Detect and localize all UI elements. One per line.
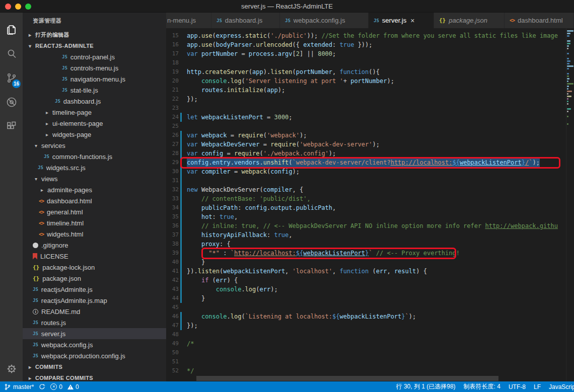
code-line-18: 18 — [166, 58, 566, 67]
tab-label: dashboard.js — [225, 17, 262, 24]
code-line-37: 37 historyApiFallback: true, — [166, 230, 566, 240]
close-icon[interactable]: × — [410, 17, 414, 24]
line-number: 33 — [166, 194, 179, 203]
code-text: }); — [187, 321, 198, 330]
horizontal-scrollbar[interactable] — [196, 376, 498, 381]
tree-item-routes.js[interactable]: JSroutes.js — [23, 317, 166, 328]
tab-n-menu.js[interactable]: n-menu.js — [166, 13, 211, 28]
tab-package.json[interactable]: {}package.json — [434, 13, 505, 28]
tree-item-webpack.config.js[interactable]: JSwebpack.config.js — [23, 339, 166, 350]
code-text: historyApiFallback: true, — [187, 230, 293, 240]
line-number: 36 — [166, 221, 179, 230]
git-modified-indicator — [180, 276, 182, 285]
code-content: 15app.use(express.static('./public')); /… — [166, 28, 566, 381]
extensions-icon[interactable] — [0, 114, 23, 138]
tab-dashboard.html[interactable]: <>dashboard.html — [505, 13, 574, 28]
status-right-item-4[interactable]: JavaScript — [549, 383, 574, 390]
tree-item-webpack.production.config.js[interactable]: JSwebpack.production.config.js — [23, 350, 166, 361]
html-file-icon: <> — [510, 18, 515, 23]
status-warning[interactable]: 0 — [67, 383, 79, 390]
minimap-line-mark — [567, 116, 568, 117]
line-number: 32 — [166, 185, 179, 194]
tree-item-server.js[interactable]: JSserver.js — [23, 328, 166, 339]
tree-item-label: README.md — [41, 308, 80, 316]
tree-item-common-functions.js[interactable]: JScommon-functions.js — [23, 151, 166, 162]
tab-dashboard.js[interactable]: JSdashboard.js — [211, 13, 280, 28]
zoom-window-button[interactable] — [25, 4, 31, 10]
tree-item-general.html[interactable]: <>general.html — [23, 206, 166, 217]
tree-item-dashboard.js[interactable]: JSdashboard.js — [23, 96, 166, 107]
tree-item-control-panel.js[interactable]: JScontrol-panel.js — [23, 51, 166, 62]
tree-item-adminlte-pages[interactable]: ▸adminlte-pages — [23, 184, 166, 195]
code-line-24: 24let webpackListenPort = 3000; — [166, 113, 566, 122]
tree-item-widgets-page[interactable]: ▸widgets-page — [23, 129, 166, 140]
minimap-line-mark — [567, 81, 568, 82]
code-line-33: 33 // contentBase: 'public/dist', — [166, 194, 566, 203]
status-right-item-3[interactable]: LF — [534, 383, 541, 390]
explorer-icon[interactable] — [0, 18, 23, 42]
status-error[interactable]: ×0 — [50, 383, 62, 390]
minimap[interactable] — [566, 28, 574, 381]
tree-item-widgets.src.js[interactable]: JSwidgets.src.js — [23, 162, 166, 173]
status-right-item-0[interactable]: 行 30, 列 1 (已选择98) — [396, 382, 456, 391]
tree-item-reactjsadminlte.js.map[interactable]: JSreactjsAdminlte.js.map — [23, 295, 166, 306]
status-branch[interactable]: master* — [4, 383, 34, 390]
tree-item--[interactable]: ▸打开的编辑器 — [23, 29, 166, 40]
tree-item-dashboard.html[interactable]: <>dashboard.html — [23, 195, 166, 206]
tree-item-timeline-page[interactable]: ▸timeline-page — [23, 107, 166, 118]
status-right-item-2[interactable]: UTF-8 — [509, 383, 526, 390]
tree-item-label: general.html — [47, 208, 83, 216]
minimap-line-mark — [567, 96, 571, 97]
debug-icon[interactable] — [0, 90, 23, 114]
license-icon — [33, 253, 37, 260]
tree-item-label: navigation-menu.js — [70, 75, 125, 83]
chevron-right-icon: ▸ — [46, 121, 52, 126]
tree-item-timeline.html[interactable]: <>timeline.html — [23, 217, 166, 228]
tree-item-stat-tile.js[interactable]: JSstat-tile.js — [23, 85, 166, 96]
code-editor[interactable]: 15app.use(express.static('./public')); /… — [166, 28, 574, 381]
status-right-item-1[interactable]: 制表符长度: 4 — [464, 382, 500, 391]
minimap-line-mark — [567, 108, 571, 110]
tree-item-label: stat-tile.js — [70, 87, 98, 94]
tree-item-ui-elements-page[interactable]: ▸ui-elements-page — [23, 118, 166, 129]
minimap-line-mark — [567, 63, 569, 64]
line-number: 27 — [166, 140, 179, 149]
tree-item-license[interactable]: LICENSE — [23, 251, 166, 262]
line-number: 51 — [166, 357, 179, 366]
tree-item-commits[interactable]: ▸COMMITS — [23, 361, 166, 372]
tree-item-navigation-menu.js[interactable]: JSnavigation-menu.js — [23, 73, 166, 85]
tree-item-.gitignore[interactable]: .gitignore — [23, 240, 166, 251]
tree-item-compare-commits[interactable]: ▸COMPARE COMMITS — [23, 372, 166, 381]
status-label: 0 — [59, 383, 62, 390]
tree-item-services[interactable]: ▾services — [23, 140, 166, 151]
code-line-46: 46 console.log(`Listening at localhost:$… — [166, 312, 566, 321]
line-number: 37 — [166, 230, 179, 240]
tree-item-label: 打开的编辑器 — [35, 31, 69, 39]
close-window-button[interactable] — [5, 4, 11, 10]
tree-item-controls-menu.js[interactable]: JScontrols-menu.js — [23, 62, 166, 73]
git-modified-indicator — [180, 212, 182, 221]
traffic-lights — [5, 4, 31, 10]
code-line-29: 29config.entry.vendors.unshift(`webpack-… — [166, 158, 566, 167]
chevron-down-icon: ▾ — [35, 176, 41, 182]
line-number: 17 — [166, 49, 179, 58]
tree-item-widgets.html[interactable]: <>widgets.html — [23, 228, 166, 240]
tree-item-reactjsadminlte.js[interactable]: JSreactjsAdminlte.js — [23, 284, 166, 295]
line-number: 31 — [166, 176, 179, 185]
status-sync[interactable] — [39, 383, 45, 390]
source-control-icon[interactable]: 16 — [0, 66, 23, 90]
tree-item-package.json[interactable]: {}package.json — [23, 273, 166, 284]
tree-item-reactjs-adminlte[interactable]: ▾REACTJS-ADMINLTE — [23, 40, 166, 51]
code-text: http.createServer(app).listen(portNumber… — [187, 67, 380, 76]
git-modified-indicator — [180, 240, 182, 249]
search-icon[interactable] — [0, 42, 23, 66]
tab-webpack.config.js[interactable]: JSwebpack.config.js — [280, 13, 369, 28]
settings-gear-icon[interactable] — [0, 360, 23, 377]
tree-item-package-lock.json[interactable]: {}package-lock.json — [23, 262, 166, 273]
tab-server.js[interactable]: JSserver.js× — [369, 13, 434, 28]
minimap-line-mark — [567, 58, 569, 59]
minimize-window-button[interactable] — [15, 4, 21, 10]
tree-item-readme.md[interactable]: iREADME.md — [23, 306, 166, 317]
tree-item-views[interactable]: ▾views — [23, 173, 166, 184]
line-number: 34 — [166, 203, 179, 212]
